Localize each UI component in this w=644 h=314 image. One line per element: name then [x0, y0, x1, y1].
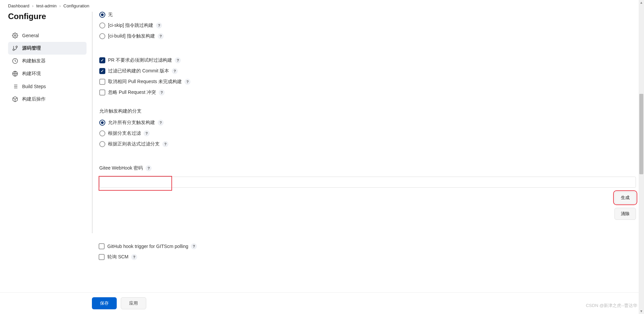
gear-icon — [12, 33, 18, 39]
checkbox-github-hook[interactable]: GitHub hook trigger for GITScm polling ? — [99, 243, 636, 249]
checkbox-cancel-same-pr[interactable]: 取消相同 Pull Requests 未完成构建 ? — [99, 79, 636, 85]
checkbox-label: PR 不要求必须测试时过滤构建 — [108, 57, 172, 63]
clock-icon — [12, 58, 18, 64]
sidebar-item-label: Build Steps — [22, 84, 46, 89]
sidebar: Configure General 源码管理 构建触发器 构建环境 — [8, 12, 92, 233]
help-icon[interactable]: ? — [184, 79, 191, 85]
package-icon — [12, 96, 18, 102]
help-icon[interactable]: ? — [191, 243, 197, 249]
sidebar-item-triggers[interactable]: 构建触发器 — [8, 55, 87, 67]
sidebar-item-scm[interactable]: 源码管理 — [8, 42, 87, 55]
chevron-right-icon: › — [32, 3, 34, 8]
radio-icon — [99, 33, 105, 39]
sidebar-item-general[interactable]: General — [8, 29, 87, 42]
help-icon[interactable]: ? — [159, 89, 165, 96]
webhook-label: Gitee WebHook 密码 ? — [99, 165, 636, 171]
breadcrumb: Dashboard › test-admin › Configuration — [0, 0, 644, 12]
checkbox-pr-no-test[interactable]: PR 不要求必须测试时过滤构建 ? — [99, 57, 636, 63]
sidebar-item-label: 构建后操作 — [22, 96, 46, 102]
checkbox-ignore-conflict[interactable]: 忽略 Pull Request 冲突 ? — [99, 89, 636, 96]
radio-label: 根据分支名过滤 — [108, 130, 141, 136]
radio-label: [ci-skip] 指令跳过构建 — [108, 22, 153, 28]
svg-point-3 — [13, 49, 14, 51]
radio-filter-by-name[interactable]: 根据分支名过滤 ? — [99, 130, 636, 136]
sidebar-item-label: General — [22, 33, 39, 38]
radio-allow-all[interactable]: 允许所有分支触发构建 ? — [99, 120, 636, 126]
checkbox-label: 忽略 Pull Request 冲突 — [108, 89, 156, 96]
help-icon[interactable]: ? — [162, 141, 168, 147]
generate-button[interactable]: 生成 — [614, 192, 636, 204]
checkbox-label: GitHub hook trigger for GITScm polling — [107, 244, 188, 249]
checkbox-icon — [99, 79, 105, 85]
radio-ci-build[interactable]: [ci-build] 指令触发构建 ? — [99, 33, 636, 39]
checkbox-poll-scm[interactable]: 轮询 SCM ? — [99, 254, 636, 260]
sidebar-item-build-steps[interactable]: Build Steps — [8, 80, 87, 93]
sidebar-item-post-build[interactable]: 构建后操作 — [8, 93, 87, 106]
svg-point-0 — [14, 35, 16, 37]
sidebar-item-label: 源码管理 — [22, 45, 41, 51]
checkbox-filter-commit[interactable]: 过滤已经构建的 Commit 版本 ? — [99, 68, 636, 74]
radio-none[interactable]: 无 — [99, 12, 636, 18]
content-area: 无 [ci-skip] 指令跳过构建 ? [ci-build] 指令触发构建 ?… — [92, 12, 636, 233]
checkbox-icon — [99, 254, 105, 260]
scrollbar-thumb[interactable] — [639, 94, 643, 174]
footer-actions: 保存 应用 — [0, 292, 644, 298]
save-button[interactable]: 保存 — [92, 297, 117, 298]
radio-label: 根据正则表达式过滤分支 — [108, 141, 160, 147]
radio-icon — [99, 130, 105, 136]
webhook-password-input[interactable] — [99, 177, 636, 188]
sidebar-item-environment[interactable]: 构建环境 — [8, 67, 87, 80]
checkbox-icon — [99, 68, 105, 74]
sidebar-item-label: 构建环境 — [22, 71, 41, 77]
scrollbar[interactable]: ▲ ▼ — [639, 0, 644, 298]
globe-icon — [12, 71, 18, 77]
help-icon[interactable]: ? — [172, 68, 178, 74]
checkbox-label: 轮询 SCM — [107, 254, 128, 260]
page-title: Configure — [8, 12, 87, 21]
help-icon[interactable]: ? — [175, 57, 181, 63]
checkbox-icon — [99, 243, 105, 249]
clear-button[interactable]: 清除 — [614, 208, 636, 220]
branch-icon — [12, 45, 18, 51]
radio-ci-skip[interactable]: [ci-skip] 指令跳过构建 ? — [99, 22, 636, 28]
help-icon[interactable]: ? — [158, 33, 164, 39]
breadcrumb-dashboard[interactable]: Dashboard — [8, 3, 30, 8]
breadcrumb-test-admin[interactable]: test-admin — [36, 3, 57, 8]
radio-label: 允许所有分支触发构建 — [108, 120, 155, 126]
svg-point-2 — [16, 46, 17, 48]
scroll-up-icon[interactable]: ▲ — [639, 1, 643, 5]
help-icon[interactable]: ? — [158, 120, 164, 126]
sidebar-item-label: 构建触发器 — [22, 58, 46, 64]
radio-icon — [99, 141, 105, 147]
steps-icon — [12, 83, 18, 89]
radio-filter-by-regex[interactable]: 根据正则表达式过滤分支 ? — [99, 141, 636, 147]
radio-icon — [99, 22, 105, 28]
checkbox-icon — [99, 57, 105, 63]
apply-button[interactable]: 应用 — [121, 297, 146, 298]
checkbox-icon — [99, 89, 105, 96]
help-icon[interactable]: ? — [146, 165, 152, 171]
radio-icon — [99, 12, 105, 18]
checkbox-label: 过滤已经构建的 Commit 版本 — [108, 68, 169, 74]
chevron-right-icon: › — [59, 3, 61, 8]
radio-icon — [99, 120, 105, 126]
help-icon[interactable]: ? — [156, 22, 162, 28]
breadcrumb-configuration[interactable]: Configuration — [63, 3, 89, 8]
radio-label: [ci-build] 指令触发构建 — [108, 33, 155, 39]
checkbox-label: 取消相同 Pull Requests 未完成构建 — [108, 79, 182, 85]
help-icon[interactable]: ? — [144, 130, 150, 136]
webhook-input-highlight — [99, 177, 636, 188]
branch-section-title: 允许触发构建的分支 — [99, 108, 636, 114]
radio-label: 无 — [108, 12, 113, 18]
help-icon[interactable]: ? — [131, 254, 137, 260]
